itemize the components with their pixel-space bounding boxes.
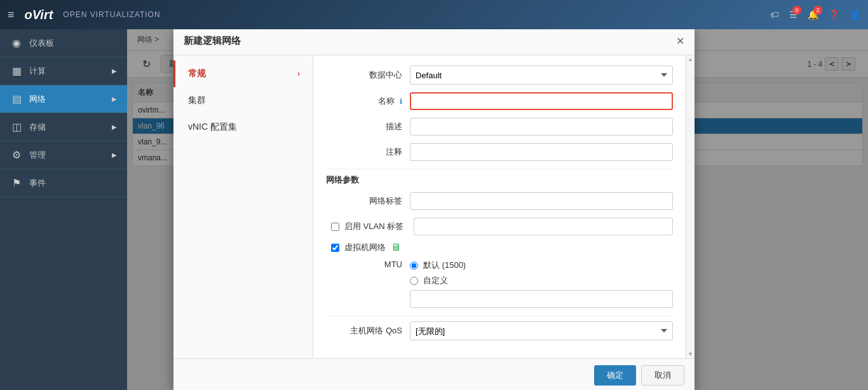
dialog-overlay: 新建逻辑网络 ✕ 常规 › 集群 v <box>127 29 868 390</box>
dialog-footer: 确定 取消 <box>173 358 695 390</box>
dialog-nav-general[interactable]: 常规 › <box>173 60 313 87</box>
dialog-form: 数据中心 Default 名称 ℹ <box>313 55 686 358</box>
mtu-default-radio[interactable] <box>410 261 418 270</box>
dialog: 新建逻辑网络 ✕ 常规 › 集群 v <box>173 29 695 390</box>
topbar: ≡ oVirt OPEN VIRTUALIZATION 🏷 ☰ 0 🔔 2 ❓ … <box>0 0 868 29</box>
nav-cluster-label: 集群 <box>188 95 206 106</box>
name-info-icon: ℹ <box>400 97 402 105</box>
storage-icon: ◫ <box>10 121 23 133</box>
vm-network-checkbox[interactable] <box>331 244 339 252</box>
sidebar-item-admin[interactable]: ⚙ 管理 ▶ <box>0 141 127 169</box>
notification-icon[interactable]: 🔔 2 <box>808 10 818 20</box>
sidebar-item-events[interactable]: ⚑ 事件 <box>0 169 127 197</box>
mtu-label: MTU <box>326 260 402 269</box>
app-name: OPEN VIRTUALIZATION <box>63 10 160 19</box>
mtu-custom-radio[interactable] <box>410 277 418 285</box>
confirm-button[interactable]: 确定 <box>594 365 636 386</box>
vlan-checkbox-label: 启用 VLAN 标签 <box>344 221 403 232</box>
datacenter-label: 数据中心 <box>326 69 402 81</box>
sidebar-label-network: 网络 <box>29 94 46 105</box>
name-label: 名称 ℹ <box>326 95 402 107</box>
hamburger-icon[interactable]: ≡ <box>8 8 15 22</box>
sidebar-label-admin: 管理 <box>29 150 46 161</box>
list-badge: 0 <box>792 6 801 15</box>
dialog-title: 新建逻辑网络 <box>184 35 241 47</box>
network-tag-row: 网络标签 <box>326 192 673 210</box>
datacenter-row: 数据中心 Default <box>326 66 673 85</box>
vm-network-icon: 🖥 <box>391 242 401 253</box>
description-label: 描述 <box>326 121 402 132</box>
user-icon[interactable]: 👤 <box>850 10 860 20</box>
vlan-checkbox[interactable] <box>331 223 339 231</box>
datacenter-select[interactable]: Default <box>410 66 673 85</box>
host-qos-row: 主机网络 QoS [无限的] <box>326 321 673 340</box>
list-icon[interactable]: ☰ 0 <box>789 10 797 20</box>
storage-arrow-icon: ▶ <box>112 123 117 130</box>
bookmark-icon[interactable]: 🏷 <box>770 10 779 20</box>
dialog-close-button[interactable]: ✕ <box>676 35 684 47</box>
events-icon: ⚑ <box>10 177 23 189</box>
sidebar-label-events: 事件 <box>29 178 46 189</box>
mtu-default-row: 默认 (1500) <box>410 260 673 271</box>
sidebar-label-dashboard: 仪表板 <box>29 38 54 49</box>
layout: ◉ 仪表板 ▦ 计算 ▶ ▤ 网络 ▶ ◫ 存储 ▶ ⚙ 管理 ▶ ⚑ 事件 <box>0 29 868 390</box>
dialog-header: 新建逻辑网络 ✕ <box>173 29 695 55</box>
mtu-custom-input[interactable] <box>410 290 673 308</box>
network-tag-input[interactable] <box>410 192 673 210</box>
mtu-default-label: 默认 (1500) <box>423 260 466 271</box>
mtu-custom-row: 自定义 <box>410 275 673 286</box>
network-params-title: 网络参数 <box>326 174 673 186</box>
vlan-tag-input[interactable] <box>414 218 673 235</box>
help-icon[interactable]: ❓ <box>829 10 839 20</box>
description-row: 描述 <box>326 118 673 136</box>
admin-icon: ⚙ <box>10 149 23 161</box>
vlan-checkbox-row: 启用 VLAN 标签 <box>331 218 673 235</box>
compute-icon: ▦ <box>10 65 23 77</box>
name-row: 名称 ℹ <box>326 92 673 110</box>
dialog-nav: 常规 › 集群 vNIC 配置集 <box>173 55 313 358</box>
dashboard-icon: ◉ <box>10 37 23 49</box>
description-input[interactable] <box>410 118 673 136</box>
network-icon: ▤ <box>10 93 23 105</box>
nav-general-arrow: › <box>297 69 300 78</box>
sidebar-label-storage: 存储 <box>29 122 46 133</box>
mtu-row: MTU 默认 (1500) 自定义 <box>326 260 673 308</box>
comment-input[interactable] <box>410 143 673 161</box>
sidebar-item-dashboard[interactable]: ◉ 仪表板 <box>0 29 127 57</box>
dialog-nav-cluster[interactable]: 集群 <box>173 87 313 114</box>
network-arrow-icon: ▶ <box>112 95 117 102</box>
comment-row: 注释 <box>326 143 673 161</box>
sidebar-item-compute[interactable]: ▦ 计算 ▶ <box>0 57 127 85</box>
sidebar: ◉ 仪表板 ▦ 计算 ▶ ▤ 网络 ▶ ◫ 存储 ▶ ⚙ 管理 ▶ ⚑ 事件 <box>0 29 127 390</box>
host-qos-label: 主机网络 QoS <box>326 325 402 337</box>
topbar-right: 🏷 ☰ 0 🔔 2 ❓ 👤 <box>770 10 860 20</box>
network-tag-label: 网络标签 <box>326 195 402 207</box>
sidebar-item-storage[interactable]: ◫ 存储 ▶ <box>0 113 127 141</box>
cancel-button[interactable]: 取消 <box>641 365 684 386</box>
name-input[interactable] <box>410 92 673 110</box>
scroll-down-arrow[interactable]: ▼ <box>688 351 693 357</box>
vm-network-label: 虚拟机网络 <box>344 242 386 253</box>
mtu-custom-label: 自定义 <box>423 275 448 286</box>
nav-vnic-label: vNIC 配置集 <box>188 122 237 133</box>
nav-general-label: 常规 <box>188 68 206 80</box>
host-qos-select[interactable]: [无限的] <box>410 321 673 340</box>
dialog-nav-vnic[interactable]: vNIC 配置集 <box>173 114 313 141</box>
dialog-body: 常规 › 集群 vNIC 配置集 数 <box>173 55 695 358</box>
main-content: 网络 > ↻ 新建 导入 编辑 删除 1 - 4 < > 名称 pg QoS 名 <box>127 29 868 390</box>
vm-network-row: 虚拟机网络 🖥 <box>331 242 673 253</box>
admin-arrow-icon: ▶ <box>112 151 117 158</box>
scroll-indicator: ▲ ▼ <box>686 55 695 358</box>
mtu-section: 默认 (1500) 自定义 <box>410 260 673 308</box>
comment-label: 注释 <box>326 146 402 158</box>
notification-badge: 2 <box>813 6 822 15</box>
app-logo: oVirt <box>25 8 53 22</box>
sidebar-label-compute: 计算 <box>29 66 46 77</box>
sidebar-item-network[interactable]: ▤ 网络 ▶ <box>0 85 127 113</box>
compute-arrow-icon: ▶ <box>112 67 117 74</box>
scroll-up-arrow[interactable]: ▲ <box>688 57 693 62</box>
